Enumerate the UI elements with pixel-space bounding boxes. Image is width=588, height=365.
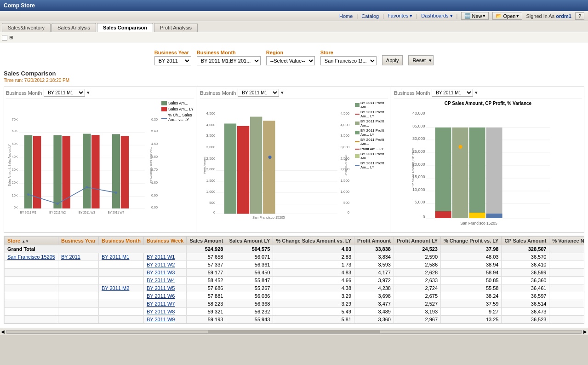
tab-profit-analysis[interactable]: Profit Analysis [154,23,198,32]
table-cell: 56,368 [226,300,273,308]
tab-sales-analysis[interactable]: Sales Analysis [51,23,96,32]
svg-text:4,000: 4,000 [340,123,349,127]
table-cell[interactable]: BY 2011 W7 [143,300,187,308]
chart2-dropdown-arrow: ▾ [281,90,284,96]
table-cell[interactable]: BY 2011 W1 [143,253,187,261]
svg-text:20K: 20K [12,181,18,185]
help-button[interactable]: ? [575,12,584,20]
svg-text:0.90: 0.90 [151,194,158,197]
col-header-pct-var: % Variance Net S [549,237,584,245]
table-cell: 36,570 [502,253,549,261]
svg-text:BY 2011 W3: BY 2011 W3 [79,211,95,214]
table-cell [58,300,98,308]
svg-text:6.30: 6.30 [151,118,158,122]
table-cell: 57,881 [187,292,226,300]
col-header-month[interactable]: Business Month [98,237,143,245]
svg-point-98 [459,145,462,149]
table-cell[interactable]: BY 2011 W4 [143,277,187,284]
svg-rect-68 [250,117,262,214]
table-cell [58,316,98,324]
table-cell: 56,071 [226,253,273,261]
table-cell: 56,036 [226,292,273,300]
scrollbar-thumb[interactable] [208,330,380,333]
chart3-month-select[interactable]: BY 2011 M1 [432,89,473,97]
svg-text:50K: 50K [12,142,18,146]
svg-text:0: 0 [422,214,425,219]
table-cell[interactable]: BY 2011 M2 [98,284,143,292]
nav-catalog[interactable]: Catalog [361,13,379,19]
new-button[interactable]: 🆕 New ▾ [461,12,489,20]
filter-group-store: Store San Francisco 1!... [320,50,377,65]
svg-text:CP Sales Amount, CP Profit: CP Sales Amount, CP Profit [411,148,415,188]
scroll-right-arrow[interactable]: ▶ [583,329,587,334]
tab-sales-inventory[interactable]: Sales&Inventory [2,23,51,32]
filter-month-select[interactable]: BY 2011 M1;BY 201... [197,56,261,65]
table-cell[interactable]: BY 2011 M1 [98,253,143,261]
svg-text:40K: 40K [12,155,18,159]
table-cell[interactable]: San Francisco 15205 [5,253,58,261]
charts-row: Business Month BY 2011 M1 ▾ 70K 60K 50K … [4,87,584,233]
svg-text:BY 2011 W1: BY 2011 W1 [20,211,37,214]
table-cell: 55,267 [226,284,273,292]
table-cell: 59,321 [187,308,226,316]
col-header-week[interactable]: Business Week [143,237,187,245]
svg-text:San Francisco 15205: San Francisco 15205 [460,221,497,226]
nav-favorites[interactable]: Favorites ▾ [388,13,412,19]
tab-bar: Sales&Inventory Sales Analysis Sales Com… [0,21,588,32]
chart1-header: Business Month BY 2011 M1 ▾ [6,89,194,99]
gt-profit-amt: 33,838 [354,245,394,253]
table-cell[interactable]: BY 2011 W5 [143,284,187,292]
toolbar-checkbox[interactable] [2,35,7,41]
table-cell: 50.85 [441,277,502,284]
apply-button[interactable]: Apply [382,55,403,65]
table-cell: 3,193 [394,308,440,316]
nav-dashboards[interactable]: Dashboards ▾ [421,13,452,19]
table-cell[interactable]: BY 2011 W9 [143,316,187,324]
chart2-main: 4,500 4,000 3,500 3,000 2,500 2,000 1,50… [200,101,354,231]
svg-text:40,000: 40,000 [412,111,425,116]
table-cell: 38.94 [441,261,502,269]
table-cell: 13.25 [441,316,502,324]
table-cell[interactable]: BY 2011 W8 [143,308,187,316]
open-button[interactable]: 📂 Open ▾ [492,12,522,20]
svg-text:10,000: 10,000 [412,187,425,192]
gt-sales-amt: 524,928 [187,245,226,253]
sort-icon-store[interactable]: ▲▼ [22,239,29,243]
table-cell: 36,523 [502,316,549,324]
table-cell: 5.81 [273,316,354,324]
table-cell: 57,686 [187,284,226,292]
filter-store-select[interactable]: San Francisco 1!... [320,56,377,65]
title-bar: Comp Store [0,0,588,11]
filter-region-select[interactable]: --Select Value-- [266,56,315,65]
table-cell: 58.94 [441,269,502,277]
reset-arrow-button[interactable]: ▾ [428,55,434,65]
col-header-store[interactable]: Store ▲▼ [5,237,58,245]
chart1-month-select[interactable]: BY 2011 M1 [44,89,85,97]
table-cell[interactable]: BY 2011 W6 [143,292,187,300]
svg-rect-69 [263,121,275,214]
bottom-scrollbar[interactable]: ◀ ▶ [0,328,588,335]
data-table: Store ▲▼ Business Year Business Month Bu… [4,236,584,324]
section-subtitle: Time run: 7/20/2012 2:18:20 PM [4,78,584,83]
table-row: BY 2011 W859,32156,2325.493,4893,1939.27… [5,308,585,316]
chart2-month-select[interactable]: BY 2011 M1 [238,89,279,97]
filter-year-select[interactable]: BY 2011 [154,56,191,65]
col-header-year[interactable]: Business Year [58,237,98,245]
table-cell: 55,847 [226,277,273,284]
chart-panel-3: Business Month BY 2011 M1 ▾ CP Sales Amo… [392,87,584,232]
table-cell [5,316,58,324]
chart3-body: 40,000 35,000 30,000 25,000 20,000 15,00… [394,108,582,228]
reset-button[interactable]: Reset [408,55,428,65]
svg-rect-94 [486,127,502,218]
scroll-left-arrow[interactable]: ◀ [1,329,5,334]
tab-sales-comparison[interactable]: Sales Comparison [97,23,153,32]
chart1-svg: 70K 60K 50K 40K 30K 20K 10K 0K 6.30 5.40… [6,101,160,230]
table-cell[interactable]: BY 2011 [58,253,98,261]
svg-text:3,500: 3,500 [206,133,216,138]
table-row: BY 2011 W257,33756,3611.733,5932,58638.9… [5,261,585,269]
table-cell[interactable]: BY 2011 W3 [143,269,187,277]
scrollbar-track[interactable] [6,330,582,334]
svg-rect-95 [435,211,451,218]
table-cell[interactable]: BY 2011 W2 [143,261,187,269]
nav-home[interactable]: Home [339,13,353,19]
